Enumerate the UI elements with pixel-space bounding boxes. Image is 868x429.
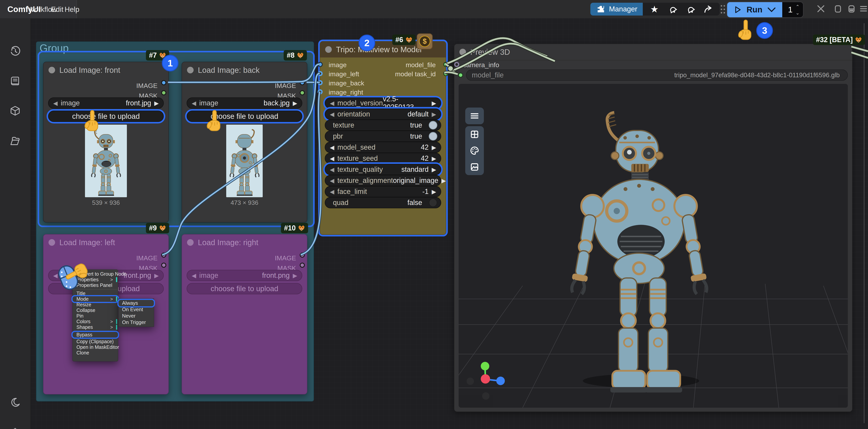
widget-model-version[interactable]: ◀ model_version v2.5-20250123 ▶ <box>325 97 441 109</box>
menu-bypass[interactable]: Bypass <box>72 332 118 338</box>
canvas-edge-scrollbar[interactable] <box>864 23 865 423</box>
image-icon[interactable] <box>470 162 479 172</box>
queue-count-stepper[interactable]: 1 ⌃⌃ <box>782 2 803 17</box>
output-port-mask[interactable] <box>300 263 305 268</box>
hamburger-menu-icon[interactable] <box>859 4 868 13</box>
menu-collapse[interactable]: Collapse <box>72 308 118 313</box>
increment-arrow-icon[interactable]: ▶ <box>432 188 436 195</box>
decrement-arrow-icon[interactable]: ◀ <box>192 100 196 107</box>
output-port-task-id[interactable] <box>443 71 448 76</box>
theme-moon-icon[interactable] <box>5 393 25 412</box>
increment-arrow-icon[interactable]: ▶ <box>154 100 159 107</box>
image-combo-widget[interactable]: ◀ image front.jpg ▶ <box>48 97 164 109</box>
widget-pbr-toggle[interactable]: pbr true <box>325 131 441 142</box>
decrement-arrow-icon[interactable]: ◀ <box>330 177 334 184</box>
run-button[interactable]: Run <box>727 2 782 17</box>
split-panel-icon[interactable] <box>847 4 856 13</box>
decrement-arrow-icon[interactable]: ◀ <box>330 100 334 107</box>
widget-model-seed[interactable]: ◀ model_seed 42 ▶ <box>325 142 441 153</box>
toggle-knob[interactable] <box>429 198 437 207</box>
settings-gear-icon[interactable] <box>5 422 25 429</box>
menu-open-maskeditor[interactable]: Open in MaskEditor <box>72 344 118 350</box>
increment-arrow-icon[interactable]: ▶ <box>441 177 446 184</box>
widget-texture-toggle[interactable]: texture true <box>325 120 441 131</box>
increment-arrow-icon[interactable]: ▶ <box>293 272 297 279</box>
widget-face-limit[interactable]: ◀ face_limit -1 ▶ <box>325 186 441 197</box>
decrement-arrow-icon[interactable]: ◀ <box>330 188 334 195</box>
widget-texture-seed[interactable]: ◀ texture_seed 42 ▶ <box>325 153 441 164</box>
node-tripo-multiview[interactable]: Tripo: Multiview to Model image image_le… <box>320 41 446 235</box>
decrement-arrow-icon[interactable]: ◀ <box>53 100 58 107</box>
submenu-on-trigger[interactable]: On Trigger <box>119 319 154 325</box>
menu-clone[interactable]: Clone <box>72 350 118 355</box>
axis-gizmo[interactable] <box>463 355 525 402</box>
decrement-arrow-icon[interactable]: ◀ <box>330 155 334 162</box>
node-library-icon[interactable] <box>5 72 25 91</box>
window-icon[interactable] <box>834 4 842 13</box>
input-port-image-back[interactable] <box>318 80 323 85</box>
output-port-image[interactable] <box>161 80 166 85</box>
menu-edit[interactable]: Edit <box>51 5 63 13</box>
input-port-camera-info[interactable] <box>454 62 459 67</box>
node-load-image-right[interactable]: Load Image: right IMAGE MASK ◀ image fro… <box>182 234 307 395</box>
output-port-image[interactable] <box>300 80 305 85</box>
menu-colors[interactable]: Colors <box>72 319 118 324</box>
decrement-arrow-icon[interactable]: ◀ <box>192 272 196 279</box>
increment-arrow-icon[interactable]: ▶ <box>154 272 159 279</box>
output-port-image[interactable] <box>161 253 166 258</box>
widget-quad-toggle[interactable]: quad false <box>325 197 441 208</box>
increment-arrow-icon[interactable]: ▶ <box>432 144 436 151</box>
decrement-arrow-icon[interactable]: ◀ <box>330 111 334 118</box>
menu-help[interactable]: Help <box>65 5 79 13</box>
menu-resize[interactable]: Resize <box>72 302 118 308</box>
viewport-hamburger-icon[interactable] <box>469 111 479 121</box>
manager-button[interactable]: Manager <box>590 3 643 16</box>
choose-file-button[interactable]: choose file to upload <box>48 111 164 122</box>
image-combo-widget[interactable]: ◀ image front.png ▶ <box>187 270 302 281</box>
increment-arrow-icon[interactable]: ▶ <box>293 100 297 107</box>
toggle-knob[interactable] <box>429 132 437 141</box>
node-load-image-back[interactable]: Load Image: back IMAGE MASK ◀ image back… <box>182 62 307 223</box>
widget-texture-quality[interactable]: ◀ texture_quality standard ▶ <box>325 164 441 175</box>
increment-arrow-icon[interactable]: ▶ <box>432 166 436 173</box>
node-header[interactable]: Load Image: front <box>43 62 168 78</box>
choose-file-button[interactable]: choose file to upload <box>187 283 302 294</box>
grid-view-icon[interactable] <box>470 130 479 139</box>
palette-icon[interactable] <box>470 146 479 155</box>
node-load-image-front[interactable]: Load Image: front IMAGE MASK ◀ image fro… <box>43 62 169 223</box>
output-port-mask[interactable] <box>161 263 166 268</box>
menu-mode[interactable]: Mode <box>72 296 118 302</box>
increment-arrow-icon[interactable]: ▶ <box>432 155 436 162</box>
input-port-image[interactable] <box>318 62 323 67</box>
stepper-arrows-icon[interactable]: ⌃⌃ <box>796 5 800 15</box>
submenu-always[interactable]: Always <box>119 300 154 306</box>
menu-pin[interactable]: Pin <box>72 313 118 319</box>
star-icon[interactable]: ★ <box>649 4 659 14</box>
model-file-widget[interactable]: model_file tripo_model_97efa98e-d048-43d… <box>466 69 848 81</box>
history-icon[interactable] <box>5 41 25 61</box>
choose-file-button[interactable]: choose file to upload <box>187 111 302 122</box>
submenu-never[interactable]: Never <box>119 313 154 319</box>
submenu-on-event[interactable]: On Event <box>119 306 154 313</box>
model-file-port[interactable] <box>458 73 463 78</box>
menu-shapes[interactable]: Shapes <box>72 324 118 330</box>
widget-orientation[interactable]: ◀ orientation default ▶ <box>325 109 441 120</box>
toggle-knob[interactable] <box>429 121 437 130</box>
decrement-arrow-icon[interactable]: ◀ <box>330 144 334 151</box>
image-combo-widget[interactable]: ◀ image back.jpg ▶ <box>187 97 302 109</box>
input-port-image-right[interactable] <box>318 89 323 94</box>
output-port-image[interactable] <box>300 253 305 258</box>
menu-copy-clipspace[interactable]: Copy (Clipspace) <box>72 339 118 344</box>
close-icon[interactable] <box>816 4 825 13</box>
workflows-folder-icon[interactable] <box>5 132 25 151</box>
increment-arrow-icon[interactable]: ▶ <box>432 100 436 107</box>
decrement-arrow-icon[interactable]: ◀ <box>330 166 334 173</box>
3d-viewport[interactable] <box>459 84 848 408</box>
bell-tilted-icon[interactable] <box>667 4 677 14</box>
input-port-image-left[interactable] <box>318 71 323 76</box>
output-port-model-file[interactable] <box>443 62 448 67</box>
model-library-icon[interactable] <box>5 101 25 121</box>
output-port-mask[interactable] <box>161 90 166 95</box>
bell-tilted-icon-2[interactable] <box>685 4 695 14</box>
output-port-mask[interactable] <box>300 90 305 95</box>
